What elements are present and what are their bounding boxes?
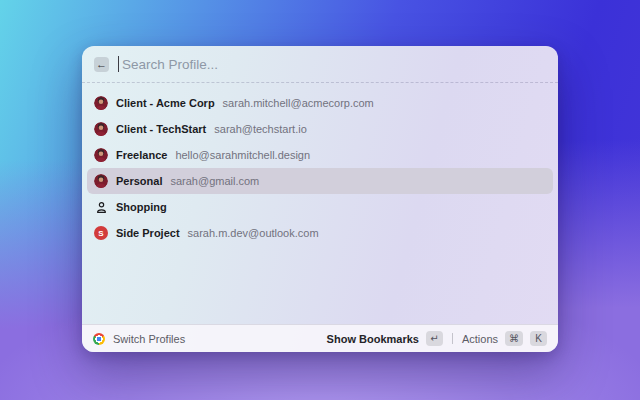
profile-photo-avatar xyxy=(94,174,108,188)
back-arrow-icon: ← xyxy=(96,57,107,72)
k-keycap: K xyxy=(530,331,547,346)
profile-email: hello@sarahmitchell.design xyxy=(175,149,310,161)
search-bar: ← xyxy=(82,46,558,83)
profile-name: Personal xyxy=(116,175,162,187)
profile-row[interactable]: Client - TechStart sarah@techstart.io xyxy=(87,116,553,142)
profile-photo-avatar xyxy=(94,96,108,110)
actions-button[interactable]: Actions xyxy=(462,333,498,345)
profile-name: Shopping xyxy=(116,201,167,213)
profile-list: Client - Acme Corp sarah.mitchell@acmeco… xyxy=(82,83,558,324)
footer-actions: Show Bookmarks ↵ Actions ⌘ K xyxy=(327,331,547,346)
profile-name: Side Project xyxy=(116,227,180,239)
profile-row[interactable]: S Side Project sarah.m.dev@outlook.com xyxy=(87,220,553,246)
footer-divider xyxy=(452,333,453,344)
text-caret xyxy=(118,56,119,72)
profile-name: Client - TechStart xyxy=(116,123,206,135)
person-outline-icon xyxy=(94,200,108,214)
profile-name: Client - Acme Corp xyxy=(116,97,215,109)
profile-row[interactable]: Freelance hello@sarahmitchell.design xyxy=(87,142,553,168)
back-button[interactable]: ← xyxy=(94,57,109,72)
profile-photo-avatar xyxy=(94,122,108,136)
profile-row[interactable]: Client - Acme Corp sarah.mitchell@acmeco… xyxy=(87,90,553,116)
letter-avatar: S xyxy=(94,226,108,240)
profile-photo-avatar xyxy=(94,148,108,162)
profile-email: sarah.mitchell@acmecorp.com xyxy=(223,97,374,109)
profile-email: sarah@gmail.com xyxy=(170,175,259,187)
profile-email: sarah@techstart.io xyxy=(214,123,307,135)
profile-row[interactable]: Shopping xyxy=(87,194,553,220)
chrome-icon xyxy=(93,333,105,345)
profile-name: Freelance xyxy=(116,149,167,161)
search-input[interactable] xyxy=(122,57,546,72)
switch-profiles-label: Switch Profiles xyxy=(113,333,185,345)
footer-bar: Switch Profiles Show Bookmarks ↵ Actions… xyxy=(82,324,558,352)
return-keycap: ↵ xyxy=(426,331,443,346)
profile-email: sarah.m.dev@outlook.com xyxy=(188,227,319,239)
command-keycap: ⌘ xyxy=(505,331,523,346)
show-bookmarks-button[interactable]: Show Bookmarks xyxy=(327,333,419,345)
profile-row[interactable]: Personal sarah@gmail.com xyxy=(87,168,553,194)
profile-switcher-panel: ← Client - Acme Corp sarah.mitchell@acme… xyxy=(82,46,558,352)
